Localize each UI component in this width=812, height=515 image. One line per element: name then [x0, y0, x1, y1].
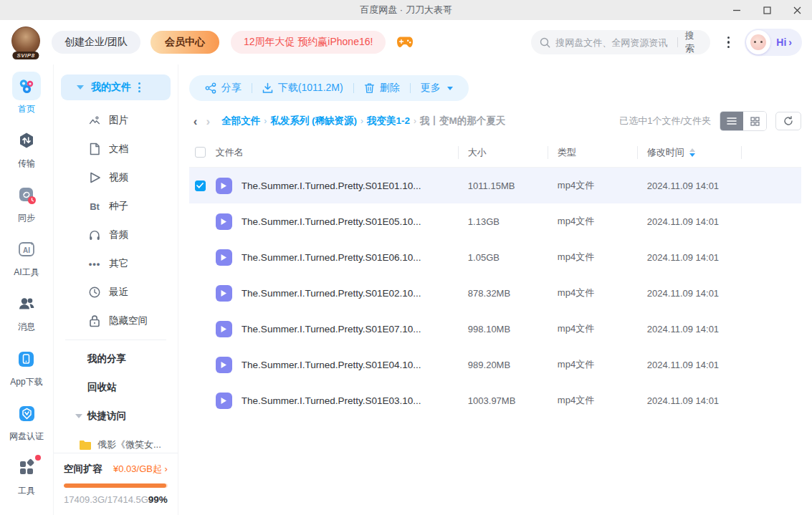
image-icon	[87, 114, 102, 127]
breadcrumb: 全部文件 › 私发系列 (稀缺资源) › 我变美1-2 › 我丨变M的那个夏天	[221, 115, 505, 127]
search-icon	[540, 37, 550, 48]
row-spacer	[741, 275, 801, 311]
sidebar-item-torrents[interactable]: Bt 种子	[54, 192, 178, 221]
notification-dot	[35, 455, 41, 461]
sidebar-item-recent[interactable]: 最近	[54, 278, 178, 307]
more-menu-button[interactable]	[717, 37, 739, 49]
file-modified: 2024.11.09 14:01	[637, 288, 741, 299]
chevron-down-icon	[447, 87, 453, 90]
sidebar-item-documents[interactable]: 文档	[54, 135, 178, 163]
file-name-cell: The.Summer.I.Turned.Pretty.S01E01.10...	[189, 178, 458, 194]
assistant-pill[interactable]: Hi ›	[745, 29, 802, 56]
bt-icon: Bt	[87, 201, 102, 212]
sidebar-item-videos[interactable]: 视频	[54, 163, 178, 192]
storage-expand-label: 空间扩容	[64, 463, 102, 476]
download-button[interactable]: 下载(1011.2M)	[262, 82, 343, 95]
row-spacer	[741, 382, 801, 418]
more-options-icon[interactable]	[138, 82, 140, 92]
sidebar-item-audio[interactable]: 音频	[54, 221, 178, 249]
titlebar: 百度网盘 · 刀刀大表哥	[0, 0, 812, 20]
rail-label: AI工具	[14, 266, 39, 279]
table-row[interactable]: The.Summer.I.Turned.Pretty.S01E01.10... …	[189, 168, 801, 203]
body: 首页 传输	[0, 64, 812, 515]
rail-label: 工具	[18, 485, 35, 497]
table-row[interactable]: The.Summer.I.Turned.Pretty.S01E06.10... …	[189, 239, 801, 275]
file-size: 1003.97MB	[458, 395, 548, 406]
sidebar-item-hidden-space[interactable]: 隐藏空间	[54, 307, 178, 335]
category-label: 最近	[109, 286, 128, 299]
column-name: 文件名	[189, 146, 458, 159]
delete-button[interactable]: 删除	[364, 82, 400, 95]
sidebar-item-quick-folder[interactable]: 俄影《微笑女...	[54, 430, 178, 453]
rail-item-transfer[interactable]: 传输	[12, 126, 41, 170]
file-modified: 2024.11.09 14:01	[637, 395, 741, 406]
sidebar-item-recycle-bin[interactable]: 回收站	[54, 373, 178, 402]
sidebar-item-images[interactable]: 图片	[54, 106, 178, 135]
member-center-button[interactable]: 会员中心	[151, 31, 219, 54]
more-label: 更多	[421, 82, 441, 95]
file-table: 文件名 大小 类型 修改时间	[189, 138, 801, 515]
row-spacer	[741, 311, 801, 347]
breadcrumb-separator: ›	[264, 116, 267, 126]
refresh-button[interactable]	[775, 112, 801, 130]
close-button[interactable]	[782, 0, 812, 20]
game-button[interactable]	[396, 33, 414, 52]
column-type: 类型	[548, 146, 637, 159]
sidebar-item-my-share[interactable]: 我的分享	[54, 345, 178, 373]
file-size: 1011.15MB	[458, 181, 548, 191]
rail-item-app-download[interactable]: App下载	[10, 345, 42, 388]
search-button[interactable]: 搜索	[685, 29, 702, 55]
check-icon	[196, 183, 204, 188]
table-row[interactable]: The.Summer.I.Turned.Pretty.S01E04.10... …	[189, 347, 801, 382]
breadcrumb-item[interactable]: 私发系列 (稀缺资源)	[270, 115, 357, 127]
folder-icon	[79, 440, 92, 451]
rail-item-messages[interactable]: 消息	[12, 289, 41, 333]
search-box[interactable]: 搜索	[531, 30, 710, 54]
file-modified: 2024.11.09 14:01	[637, 360, 741, 370]
lock-icon	[87, 314, 102, 327]
storage-usage-text: 17409.3G/17414.5G	[64, 494, 148, 505]
greeting-label: Hi	[776, 37, 786, 48]
rail-item-home[interactable]: 首页	[12, 72, 41, 115]
minimize-button[interactable]	[722, 0, 752, 20]
list-view-button[interactable]	[720, 112, 743, 130]
breadcrumb-item[interactable]: 我变美1-2	[367, 115, 410, 127]
user-logo[interactable]: SVIP8	[10, 27, 42, 58]
promo-banner[interactable]: 12周年大促 预约赢iPhone16!	[231, 31, 386, 54]
select-all-checkbox[interactable]	[195, 147, 206, 158]
column-modified[interactable]: 修改时间	[637, 146, 741, 159]
file-name: The.Summer.I.Turned.Pretty.S01E04.10...	[242, 360, 421, 370]
forward-button[interactable]: ›	[202, 115, 215, 127]
column-size: 大小	[458, 146, 548, 159]
table-row[interactable]: The.Summer.I.Turned.Pretty.S01E05.10... …	[189, 203, 801, 239]
breadcrumb-item[interactable]: 全部文件	[221, 115, 260, 127]
row-checkbox[interactable]	[195, 181, 206, 191]
sidebar-item-my-files[interactable]: 我的文件	[61, 74, 171, 100]
main-content: 分享 下载(1011.2M)	[178, 64, 812, 515]
tools-icon	[12, 453, 41, 482]
table-row[interactable]: The.Summer.I.Turned.Pretty.S01E02.10... …	[189, 275, 801, 311]
storage-price-link[interactable]: ¥0.03/GB起 ›	[113, 463, 168, 476]
rail-label: 首页	[18, 103, 35, 115]
table-row[interactable]: The.Summer.I.Turned.Pretty.S01E03.10... …	[189, 382, 801, 418]
sidebar-item-others[interactable]: ••• 其它	[54, 249, 178, 278]
sidebar-scroll: 我的文件 图片 文档	[54, 64, 178, 453]
back-button[interactable]: ‹	[189, 115, 202, 127]
create-team-button[interactable]: 创建企业/团队	[52, 31, 140, 54]
storage-usage: 17409.3G/17414.5G99%	[64, 494, 168, 505]
rail-item-certification[interactable]: 网盘认证	[9, 399, 44, 443]
rail-item-sync[interactable]: 同步	[12, 181, 41, 224]
search-input[interactable]	[555, 37, 670, 48]
rail-item-tools[interactable]: 工具	[12, 453, 41, 497]
more-button[interactable]: 更多	[421, 82, 453, 95]
grid-view-button[interactable]	[743, 112, 766, 130]
window-title: 百度网盘 · 刀刀大表哥	[0, 4, 812, 16]
sidebar-item-quick-access[interactable]: 快捷访问	[54, 402, 178, 430]
share-button[interactable]: 分享	[205, 82, 242, 95]
rail-item-ai-tools[interactable]: AI AI工具	[12, 235, 41, 279]
maximize-button[interactable]	[752, 0, 782, 20]
file-name: The.Summer.I.Turned.Pretty.S01E05.10...	[242, 216, 421, 227]
video-file-icon	[216, 393, 232, 409]
table-row[interactable]: The.Summer.I.Turned.Pretty.S01E07.10... …	[189, 311, 801, 347]
file-name-cell: The.Summer.I.Turned.Pretty.S01E05.10...	[189, 213, 458, 230]
